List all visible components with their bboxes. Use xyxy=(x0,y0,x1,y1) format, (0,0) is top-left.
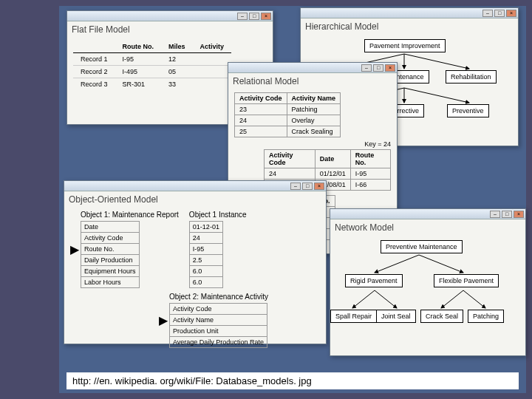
obj2-fields-table: Activity Code Activity Name Production U… xyxy=(169,303,267,348)
obj2-heading: Object 2: Maintenance Activity xyxy=(169,293,268,301)
window-object-oriented: – □ × Object-Oriented Model ▶ Object 1: … xyxy=(64,180,327,344)
titlebar: – □ × xyxy=(330,209,525,219)
obj1-fields-table: Date Activity Code Route No. Daily Produ… xyxy=(81,221,140,288)
obj1-instance-table: 01-12-01 24 I-95 2.5 6.0 6.0 xyxy=(189,221,223,288)
svg-line-11 xyxy=(463,290,485,308)
net-node: Crack Seal xyxy=(420,310,463,323)
key-label: Key = 24 xyxy=(234,140,391,148)
svg-line-5 xyxy=(404,88,469,103)
net-node: Joint Seal xyxy=(376,310,416,323)
window-title: Object-Oriented Model xyxy=(64,191,326,208)
close-button[interactable]: × xyxy=(314,183,324,190)
close-button[interactable]: × xyxy=(506,10,516,17)
window-title: Flat File Model xyxy=(67,21,273,38)
flat-table: Route No. MilesActivity Record 1I-9512 R… xyxy=(73,41,231,90)
min-button[interactable]: – xyxy=(237,13,248,20)
net-node: Rigid Pavement xyxy=(345,274,403,287)
min-button[interactable]: – xyxy=(482,10,493,17)
titlebar: – □ × xyxy=(301,8,518,18)
min-button[interactable]: – xyxy=(361,64,372,72)
max-button[interactable]: □ xyxy=(494,10,505,17)
obj1-heading: Object 1: Maintenance Report xyxy=(81,211,179,219)
titlebar: – □ × xyxy=(228,63,397,73)
close-button[interactable]: × xyxy=(514,211,524,218)
window-title: Hierarchical Model xyxy=(301,18,518,35)
max-button[interactable]: □ xyxy=(373,64,383,72)
svg-line-9 xyxy=(375,290,397,308)
arrow-icon: ▶ xyxy=(159,315,168,327)
net-node: Patching xyxy=(468,310,504,323)
max-button[interactable]: □ xyxy=(302,183,313,190)
hier-node: Rehabilitation xyxy=(446,70,497,83)
close-button[interactable]: × xyxy=(385,64,395,72)
titlebar: – □ × xyxy=(67,11,273,21)
window-network: – □ × Network Model Preventive Maintenan… xyxy=(330,208,526,356)
max-button[interactable]: □ xyxy=(502,211,512,218)
svg-line-8 xyxy=(352,290,375,308)
svg-line-7 xyxy=(419,255,463,273)
close-button[interactable]: × xyxy=(261,13,271,20)
net-node: Flexible Pavement xyxy=(434,274,499,287)
arrow-icon: ▶ xyxy=(70,244,79,256)
titlebar: – □ × xyxy=(64,181,326,191)
min-button[interactable]: – xyxy=(290,183,301,190)
network-diagram: Preventive Maintenance Rigid Pavement Fl… xyxy=(330,236,525,347)
min-button[interactable]: – xyxy=(490,211,500,218)
window-title: Relational Model xyxy=(228,73,397,89)
hier-root: Pavement Improvement xyxy=(364,39,446,52)
svg-line-6 xyxy=(375,255,419,273)
rel-table-activities: Activity CodeActivity Name 23Patching 24… xyxy=(234,92,341,137)
caption-url: http: //en. wikipedia. org/wiki/File: Da… xyxy=(66,372,519,389)
net-node: Spall Repair xyxy=(330,310,377,323)
hier-node: Preventive xyxy=(447,104,489,117)
svg-line-2 xyxy=(404,54,469,69)
window-title: Network Model xyxy=(330,219,525,236)
svg-line-10 xyxy=(441,290,463,308)
net-root: Preventive Maintenance xyxy=(381,240,463,253)
max-button[interactable]: □ xyxy=(249,13,259,20)
obj1-instance-heading: Object 1 Instance xyxy=(189,211,247,219)
